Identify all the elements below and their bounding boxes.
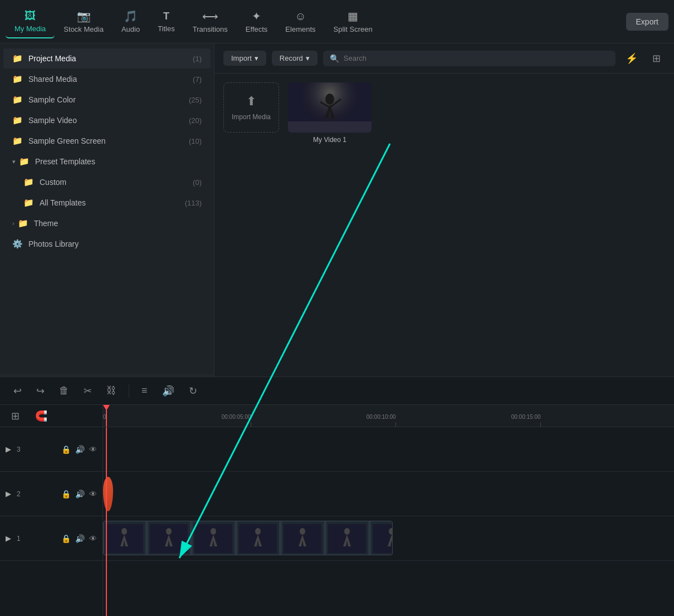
chevron-down-icon: ▾: [306, 54, 310, 62]
track-2-clip[interactable]: [103, 477, 113, 511]
effects-icon: ✦: [252, 9, 261, 23]
track-1-clip[interactable]: [103, 521, 393, 555]
align-button[interactable]: ≡: [137, 383, 152, 399]
nav-my-media-label: My Media: [14, 25, 46, 33]
nav-my-media[interactable]: 🖼 My Media: [6, 5, 55, 38]
media-item-my-video-1[interactable]: My Video 1: [288, 82, 372, 144]
ruler-mark-2: 00:00:10:00: [395, 422, 396, 427]
track-2-lock[interactable]: 🔒: [61, 490, 71, 498]
search-icon: 🔍: [330, 54, 339, 63]
sidebar-item-label: Photos Library: [28, 239, 79, 248]
search-box: 🔍: [323, 51, 616, 66]
sidebar-item-sample-video[interactable]: 📁 Sample Video (20): [3, 110, 211, 130]
sidebar-item-sample-green-screen[interactable]: 📁 Sample Green Screen (10): [3, 131, 211, 151]
nav-effects[interactable]: ✦ Effects: [237, 5, 277, 38]
record-label: Record: [280, 54, 303, 62]
nav-stock-media[interactable]: 📷 Stock Media: [55, 5, 113, 38]
rotate-button[interactable]: ↻: [184, 383, 202, 399]
folder-icon: 📁: [23, 177, 34, 187]
timeline-header-left: ⊞ 🧲: [0, 405, 102, 427]
main-layout: 📁 Project Media (1) 📁 Shared Media (7) 📁…: [0, 43, 674, 403]
search-input[interactable]: [344, 54, 609, 62]
content-area: Import ▾ Record ▾ 🔍 ⚡ ⊞ ⬆ Import Media: [214, 43, 674, 403]
sidebar-item-preset-templates[interactable]: ▾ 📁 Preset Templates: [3, 151, 211, 172]
track-3-eye[interactable]: 👁: [89, 445, 97, 454]
track-3-controls: 🔒 🔊 👁: [61, 445, 97, 454]
timeline-main: ⊞ 🧲 ▶ 3 🔒 🔊 👁 ▶ 2 🔒 🔊 �: [0, 405, 674, 616]
track-1-audio[interactable]: 🔊: [75, 534, 85, 543]
track-2-audio[interactable]: 🔊: [75, 490, 85, 498]
sidebar-item-photos-library[interactable]: ⚙️ Photos Library: [3, 234, 211, 254]
audio-sync-button[interactable]: 🔊: [158, 383, 179, 399]
sidebar-item-count: (113): [185, 199, 202, 207]
add-track-button[interactable]: ⊞: [7, 408, 24, 424]
timeline-left-controls: ⊞ 🧲 ▶ 3 🔒 🔊 👁 ▶ 2 🔒 🔊 �: [0, 405, 103, 616]
gear-icon: ⚙️: [12, 239, 23, 249]
sidebar-item-label: Project Media: [28, 54, 76, 63]
sidebar-item-theme[interactable]: › 📁 Theme: [3, 213, 211, 233]
grid-button[interactable]: ⊞: [648, 50, 665, 67]
nav-transitions[interactable]: ⟷ Transitions: [184, 5, 237, 38]
filter-button[interactable]: ⚡: [621, 50, 642, 67]
import-button[interactable]: Import ▾: [223, 51, 266, 66]
elements-icon: ☺: [295, 10, 306, 23]
sidebar-item-sample-color[interactable]: 📁 Sample Color (25): [3, 90, 211, 110]
nav-stock-media-label: Stock Media: [64, 25, 104, 33]
folder-icon: 📁: [12, 115, 23, 125]
track-2-number: 2: [17, 490, 21, 498]
import-media-label: Import Media: [232, 113, 271, 121]
import-media-button[interactable]: ⬆ Import Media: [223, 82, 279, 133]
split-screen-icon: ▦: [348, 9, 358, 23]
sidebar-item-count: (0): [193, 178, 202, 187]
video-thumb-label: My Video 1: [313, 136, 346, 144]
nav-titles[interactable]: T Titles: [149, 6, 184, 37]
track-2-controls: 🔒 🔊 👁: [61, 490, 97, 498]
undo-button[interactable]: ↩: [9, 383, 26, 399]
stock-media-icon: 📷: [77, 9, 91, 23]
track-1-row: [103, 516, 674, 561]
track-2-icon: ▶: [6, 490, 11, 498]
my-media-icon: 🖼: [25, 9, 36, 22]
track-1-eye[interactable]: 👁: [89, 534, 97, 543]
playhead[interactable]: [106, 405, 107, 427]
track-3-info: ▶ 3 🔒 🔊 👁: [0, 427, 102, 472]
sidebar-item-all-templates[interactable]: 📁 All Templates (113): [3, 193, 211, 213]
sidebar-item-project-media[interactable]: 📁 Project Media (1): [3, 48, 211, 69]
timeline-content: 00:00 00:00:05:00 00:00:10:00 00:00:15:0…: [103, 405, 674, 616]
sidebar-item-custom[interactable]: 📁 Custom (0): [3, 172, 211, 192]
nav-audio[interactable]: 🎵 Audio: [113, 5, 149, 38]
playhead-line: [106, 427, 107, 616]
nav-split-screen-label: Split Screen: [334, 25, 373, 33]
nav-elements[interactable]: ☺ Elements: [276, 6, 324, 38]
delete-button[interactable]: 🗑: [55, 383, 74, 399]
link-button[interactable]: ⛓: [102, 383, 121, 399]
track-3-audio[interactable]: 🔊: [75, 445, 85, 454]
export-button[interactable]: Export: [626, 13, 668, 31]
folder-icon: 📁: [18, 218, 28, 228]
sidebar-item-count: (1): [193, 55, 202, 63]
audio-icon: 🎵: [124, 9, 138, 23]
folder-icon: 📁: [23, 198, 34, 208]
magnet-button[interactable]: 🧲: [31, 408, 52, 424]
track-1-icon: ▶: [6, 534, 11, 542]
redo-button[interactable]: ↪: [32, 383, 49, 399]
scissors-button[interactable]: ✂: [79, 383, 96, 399]
sidebar-item-label: Custom: [40, 178, 66, 187]
track-2-eye[interactable]: 👁: [89, 490, 97, 498]
folder-icon: 📁: [19, 157, 30, 167]
chevron-down-icon: ▾: [255, 54, 258, 62]
sidebar-item-count: (20): [189, 116, 202, 125]
sidebar-content: 📁 Project Media (1) 📁 Shared Media (7) 📁…: [0, 43, 214, 375]
track-3-lock[interactable]: 🔒: [61, 445, 71, 454]
content-toolbar: Import ▾ Record ▾ 🔍 ⚡ ⊞: [214, 43, 674, 74]
nav-split-screen[interactable]: ▦ Split Screen: [325, 5, 382, 38]
ruler-label-2: 00:00:10:00: [367, 414, 396, 420]
track-2-row: [103, 472, 674, 516]
sidebar-item-shared-media[interactable]: 📁 Shared Media (7): [3, 69, 211, 89]
nav-audio-label: Audio: [121, 25, 140, 33]
import-label: Import: [231, 54, 252, 62]
track-1-controls: 🔒 🔊 👁: [61, 534, 97, 543]
record-button[interactable]: Record ▾: [272, 51, 318, 66]
track-1-lock[interactable]: 🔒: [61, 534, 71, 543]
folder-icon: 📁: [12, 53, 23, 63]
